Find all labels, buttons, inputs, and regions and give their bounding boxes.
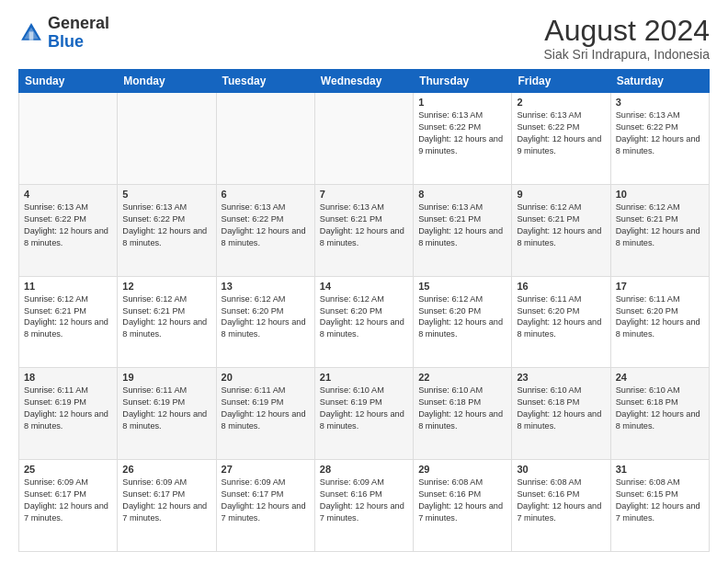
calendar-day-cell: 13Sunrise: 6:12 AMSunset: 6:20 PMDayligh… [216, 276, 314, 368]
logo-general-text: General [48, 14, 109, 32]
calendar-day-cell: 11Sunrise: 6:12 AMSunset: 6:21 PMDayligh… [19, 276, 118, 368]
calendar-week-row: 1Sunrise: 6:13 AMSunset: 6:22 PMDaylight… [19, 93, 710, 185]
day-info: Sunrise: 6:08 AMSunset: 6:16 PMDaylight:… [517, 477, 605, 524]
day-info: Sunrise: 6:13 AMSunset: 6:21 PMDaylight:… [418, 201, 506, 249]
day-info: Sunrise: 6:09 AMSunset: 6:17 PMDaylight:… [24, 477, 112, 524]
day-number: 7 [320, 189, 408, 200]
day-number: 24 [616, 372, 704, 383]
day-number: 13 [222, 281, 310, 292]
day-info: Sunrise: 6:12 AMSunset: 6:21 PMDaylight:… [24, 293, 112, 341]
calendar-day-cell: 23Sunrise: 6:10 AMSunset: 6:18 PMDayligh… [512, 368, 610, 460]
day-info: Sunrise: 6:12 AMSunset: 6:20 PMDaylight:… [222, 293, 310, 341]
day-info: Sunrise: 6:13 AMSunset: 6:21 PMDaylight:… [320, 201, 408, 249]
day-number: 29 [418, 464, 506, 475]
calendar-day-cell: 7Sunrise: 6:13 AMSunset: 6:21 PMDaylight… [314, 184, 413, 276]
calendar-day-cell: 25Sunrise: 6:09 AMSunset: 6:17 PMDayligh… [19, 460, 118, 552]
day-number: 5 [122, 189, 210, 200]
svg-rect-2 [29, 31, 34, 40]
calendar-header-cell: Saturday [610, 70, 709, 93]
calendar-day-cell: 8Sunrise: 6:13 AMSunset: 6:21 PMDaylight… [414, 184, 512, 276]
day-info: Sunrise: 6:10 AMSunset: 6:18 PMDaylight:… [616, 385, 704, 432]
day-info: Sunrise: 6:09 AMSunset: 6:16 PMDaylight:… [320, 477, 408, 524]
calendar-day-cell [19, 93, 118, 185]
calendar-week-row: 25Sunrise: 6:09 AMSunset: 6:17 PMDayligh… [19, 460, 710, 552]
calendar-day-cell: 5Sunrise: 6:13 AMSunset: 6:22 PMDaylight… [118, 184, 216, 276]
calendar-day-cell: 30Sunrise: 6:08 AMSunset: 6:16 PMDayligh… [512, 460, 610, 552]
calendar-header-cell: Friday [512, 70, 610, 93]
calendar-day-cell: 9Sunrise: 6:12 AMSunset: 6:21 PMDaylight… [512, 184, 610, 276]
day-info: Sunrise: 6:09 AMSunset: 6:17 PMDaylight:… [122, 477, 210, 524]
calendar-day-cell: 28Sunrise: 6:09 AMSunset: 6:16 PMDayligh… [314, 460, 413, 552]
day-info: Sunrise: 6:12 AMSunset: 6:20 PMDaylight:… [418, 293, 506, 341]
day-number: 15 [418, 281, 506, 292]
calendar-day-cell: 15Sunrise: 6:12 AMSunset: 6:20 PMDayligh… [414, 276, 512, 368]
day-number: 10 [616, 189, 704, 200]
day-number: 16 [517, 281, 605, 292]
calendar-day-cell: 3Sunrise: 6:13 AMSunset: 6:22 PMDaylight… [610, 93, 709, 185]
calendar-day-cell: 21Sunrise: 6:10 AMSunset: 6:19 PMDayligh… [314, 368, 413, 460]
day-info: Sunrise: 6:12 AMSunset: 6:20 PMDaylight:… [320, 293, 408, 341]
calendar-day-cell: 31Sunrise: 6:08 AMSunset: 6:15 PMDayligh… [610, 460, 709, 552]
calendar-day-cell: 20Sunrise: 6:11 AMSunset: 6:19 PMDayligh… [216, 368, 314, 460]
calendar-week-row: 4Sunrise: 6:13 AMSunset: 6:22 PMDaylight… [19, 184, 710, 276]
day-info: Sunrise: 6:10 AMSunset: 6:18 PMDaylight:… [517, 385, 605, 432]
calendar-day-cell: 10Sunrise: 6:12 AMSunset: 6:21 PMDayligh… [610, 184, 709, 276]
day-number: 6 [222, 189, 310, 200]
day-info: Sunrise: 6:09 AMSunset: 6:17 PMDaylight:… [222, 477, 310, 524]
day-number: 20 [222, 372, 310, 383]
calendar-day-cell [118, 93, 216, 185]
day-number: 19 [122, 372, 210, 383]
calendar-day-cell: 22Sunrise: 6:10 AMSunset: 6:18 PMDayligh… [414, 368, 512, 460]
day-info: Sunrise: 6:11 AMSunset: 6:19 PMDaylight:… [122, 385, 210, 432]
day-info: Sunrise: 6:13 AMSunset: 6:22 PMDaylight:… [222, 201, 310, 249]
day-number: 1 [418, 97, 506, 108]
calendar-day-cell: 16Sunrise: 6:11 AMSunset: 6:20 PMDayligh… [512, 276, 610, 368]
day-info: Sunrise: 6:10 AMSunset: 6:18 PMDaylight:… [418, 385, 506, 432]
day-number: 11 [24, 281, 112, 292]
calendar-header-cell: Tuesday [216, 70, 314, 93]
calendar-header-cell: Monday [118, 70, 216, 93]
day-info: Sunrise: 6:13 AMSunset: 6:22 PMDaylight:… [616, 109, 704, 157]
day-info: Sunrise: 6:08 AMSunset: 6:16 PMDaylight:… [418, 477, 506, 524]
calendar-day-cell: 6Sunrise: 6:13 AMSunset: 6:22 PMDaylight… [216, 184, 314, 276]
day-info: Sunrise: 6:13 AMSunset: 6:22 PMDaylight:… [122, 201, 210, 249]
day-number: 23 [517, 372, 605, 383]
day-info: Sunrise: 6:11 AMSunset: 6:19 PMDaylight:… [24, 385, 112, 432]
day-number: 12 [122, 281, 210, 292]
day-number: 21 [320, 372, 408, 383]
header: General Blue August 2024 Siak Sri Indrap… [18, 15, 710, 62]
logo-text: General Blue [48, 15, 109, 52]
calendar-header-cell: Wednesday [314, 70, 413, 93]
day-number: 25 [24, 464, 112, 475]
day-number: 2 [517, 97, 605, 108]
calendar-day-cell: 29Sunrise: 6:08 AMSunset: 6:16 PMDayligh… [414, 460, 512, 552]
calendar-day-cell: 18Sunrise: 6:11 AMSunset: 6:19 PMDayligh… [19, 368, 118, 460]
day-info: Sunrise: 6:08 AMSunset: 6:15 PMDaylight:… [616, 477, 704, 524]
calendar-day-cell [314, 93, 413, 185]
day-number: 9 [517, 189, 605, 200]
month-year: August 2024 [543, 15, 710, 47]
day-number: 30 [517, 464, 605, 475]
day-number: 4 [24, 189, 112, 200]
title-block: August 2024 Siak Sri Indrapura, Indonesi… [543, 15, 710, 62]
calendar-table: SundayMondayTuesdayWednesdayThursdayFrid… [18, 69, 710, 552]
day-number: 31 [616, 464, 704, 475]
calendar-header-cell: Sunday [19, 70, 118, 93]
day-info: Sunrise: 6:12 AMSunset: 6:21 PMDaylight:… [616, 201, 704, 249]
day-info: Sunrise: 6:11 AMSunset: 6:20 PMDaylight:… [616, 293, 704, 341]
day-number: 8 [418, 189, 506, 200]
calendar-day-cell: 17Sunrise: 6:11 AMSunset: 6:20 PMDayligh… [610, 276, 709, 368]
calendar-week-row: 11Sunrise: 6:12 AMSunset: 6:21 PMDayligh… [19, 276, 710, 368]
day-info: Sunrise: 6:10 AMSunset: 6:19 PMDaylight:… [320, 385, 408, 432]
day-info: Sunrise: 6:13 AMSunset: 6:22 PMDaylight:… [418, 109, 506, 157]
day-number: 17 [616, 281, 704, 292]
calendar-day-cell: 12Sunrise: 6:12 AMSunset: 6:21 PMDayligh… [118, 276, 216, 368]
day-number: 26 [122, 464, 210, 475]
calendar-day-cell: 2Sunrise: 6:13 AMSunset: 6:22 PMDaylight… [512, 93, 610, 185]
calendar-day-cell: 19Sunrise: 6:11 AMSunset: 6:19 PMDayligh… [118, 368, 216, 460]
calendar-day-cell: 14Sunrise: 6:12 AMSunset: 6:20 PMDayligh… [314, 276, 413, 368]
logo: General Blue [18, 15, 109, 52]
day-number: 22 [418, 372, 506, 383]
day-info: Sunrise: 6:13 AMSunset: 6:22 PMDaylight:… [24, 201, 112, 249]
calendar-day-cell: 27Sunrise: 6:09 AMSunset: 6:17 PMDayligh… [216, 460, 314, 552]
